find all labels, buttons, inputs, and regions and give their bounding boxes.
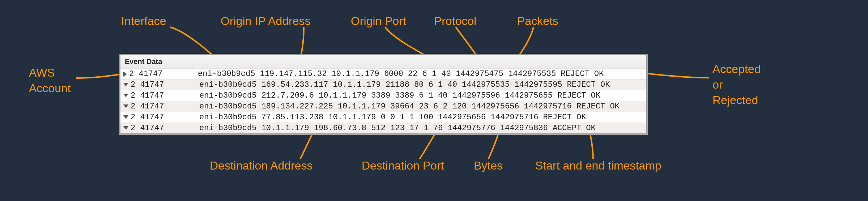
log-cell: eni-b30b9cd5 189.134.227.225 10.1.1.179 … bbox=[170, 102, 620, 111]
label-origin-ip: Origin IP Address bbox=[221, 14, 310, 28]
event-data-panel: Event Data 2 41747eni-b30b9cd5 119.147.1… bbox=[119, 54, 647, 134]
chevron-down-icon[interactable] bbox=[123, 104, 128, 108]
label-packets: Packets bbox=[517, 14, 558, 28]
label-aws-account: AWS Account bbox=[29, 65, 71, 96]
chevron-down-icon[interactable] bbox=[123, 126, 128, 130]
table-row: 2 41747eni-b30b9cd5 189.134.227.225 10.1… bbox=[120, 101, 646, 112]
table-row: 2 41747eni-b30b9cd5 169.54.233.117 10.1.… bbox=[120, 79, 646, 90]
panel-title: Event Data bbox=[120, 55, 646, 68]
chevron-right-icon[interactable] bbox=[123, 72, 127, 77]
log-cell: eni-b30b9cd5 10.1.1.179 198.60.73.8 512 … bbox=[170, 124, 596, 133]
chevron-down-icon[interactable] bbox=[123, 115, 128, 119]
label-dest-addr: Destination Address bbox=[210, 159, 313, 172]
account-cell: 2 41747 bbox=[131, 91, 170, 100]
label-accepted-rejected: Accepted or Rejected bbox=[712, 61, 761, 108]
account-cell: 2 41747 bbox=[131, 113, 170, 122]
log-cell: eni-b30b9cd5 119.147.115.32 10.1.1.179 6… bbox=[169, 69, 604, 78]
account-cell: 2 41747 bbox=[131, 102, 170, 111]
label-origin-port: Origin Port bbox=[351, 14, 406, 28]
table-row: 2 41747eni-b30b9cd5 10.1.1.179 198.60.73… bbox=[120, 123, 646, 133]
account-cell: 2 41747 bbox=[129, 69, 169, 78]
chevron-down-icon[interactable] bbox=[123, 83, 128, 86]
log-cell: eni-b30b9cd5 169.54.233.117 10.1.1.179 2… bbox=[170, 80, 610, 89]
account-cell: 2 41747 bbox=[131, 124, 170, 133]
log-cell: eni-b30b9cd5 212.7.209.6 10.1.1.179 3389… bbox=[170, 91, 600, 100]
account-cell: 2 41747 bbox=[131, 80, 170, 89]
event-rows: 2 41747eni-b30b9cd5 119.147.115.32 10.1.… bbox=[120, 68, 646, 133]
log-cell: eni-b30b9cd5 77.85.113.238 10.1.1.179 0 … bbox=[170, 113, 586, 122]
label-protocol: Protocol bbox=[434, 14, 476, 28]
table-row: 2 41747eni-b30b9cd5 212.7.209.6 10.1.1.1… bbox=[120, 90, 646, 101]
table-row: 2 41747eni-b30b9cd5 119.147.115.32 10.1.… bbox=[120, 68, 646, 79]
table-row: 2 41747eni-b30b9cd5 77.85.113.238 10.1.1… bbox=[120, 112, 646, 123]
label-interface: Interface bbox=[121, 14, 166, 28]
chevron-down-icon[interactable] bbox=[123, 94, 128, 97]
arrow-accepted bbox=[637, 70, 716, 85]
